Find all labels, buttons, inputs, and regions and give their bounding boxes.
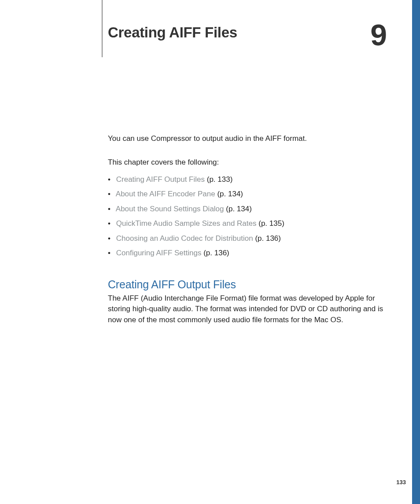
toc-item: • QuickTime Audio Sample Sizes and Rates… [108, 216, 385, 231]
section-body: The AIFF (Audio Interchange File Format)… [108, 293, 385, 326]
chapter-header-rule [102, 0, 103, 57]
bullet-icon: • [108, 174, 114, 185]
intro-text: You can use Compressor to output audio i… [108, 133, 385, 144]
toc-page-ref: (p. 134) [226, 205, 252, 213]
toc-link[interactable]: About the Sound Settings Dialog [116, 205, 224, 213]
toc-link[interactable]: QuickTime Audio Sample Sizes and Rates [116, 219, 257, 228]
bullet-icon: • [108, 233, 114, 244]
toc-item: • About the Sound Settings Dialog (p. 13… [108, 202, 385, 217]
page-number: 133 [396, 479, 406, 486]
toc-link[interactable]: About the AIFF Encoder Pane [116, 190, 215, 198]
bullet-icon: • [108, 188, 114, 200]
bullet-icon: • [108, 203, 114, 215]
chapter-title: Creating AIFF Files [108, 24, 385, 41]
toc-link[interactable]: Choosing an Audio Codec for Distribution [116, 234, 253, 243]
toc-page-ref: (p. 135) [258, 219, 284, 228]
page-accent-bar [412, 0, 420, 504]
section-heading: Creating AIFF Output Files [108, 278, 385, 291]
toc-item: • Creating AIFF Output Files (p. 133) [108, 172, 385, 187]
toc-page-ref: (p. 133) [207, 175, 233, 184]
toc-item: • Configuring AIFF Settings (p. 136) [108, 246, 385, 261]
toc-link[interactable]: Creating AIFF Output Files [116, 175, 205, 184]
content-area: Creating AIFF Files You can use Compress… [108, 24, 385, 326]
toc-link[interactable]: Configuring AIFF Settings [116, 249, 202, 257]
toc-item: • Choosing an Audio Codec for Distributi… [108, 231, 385, 246]
toc-page-ref: (p. 136) [255, 234, 281, 243]
toc-page-ref: (p. 136) [203, 249, 229, 257]
document-page: 9 Creating AIFF Files You can use Compre… [0, 0, 420, 504]
toc-page-ref: (p. 134) [217, 190, 243, 198]
chapter-toc: • Creating AIFF Output Files (p. 133) • … [108, 172, 385, 261]
bullet-icon: • [108, 218, 114, 229]
bullet-icon: • [108, 247, 114, 259]
toc-item: • About the AIFF Encoder Pane (p. 134) [108, 187, 385, 202]
chapter-covers-label: This chapter covers the following: [108, 157, 385, 168]
